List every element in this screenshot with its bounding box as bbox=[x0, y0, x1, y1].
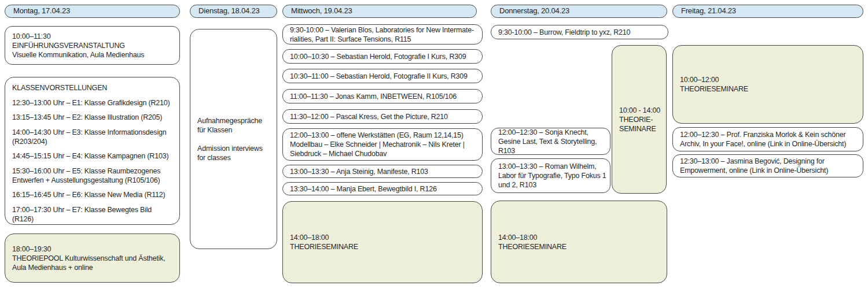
event-theorieseminare-wednesday: 14:00–18:00 THEORIESEMINARE bbox=[282, 201, 483, 283]
event-text: 13:00–13:30 – Anja Steinig, Manifeste, R… bbox=[290, 167, 476, 176]
event-text-de: Aufnahmegespräche für Klassen bbox=[197, 116, 272, 135]
event-bewegtbild: 13:30–14:00 – Manja Ebert, Bewegtbild I,… bbox=[282, 182, 483, 195]
klassen-item-e2: 13:15–13:45 Uhr – E2: Klasse Illustratio… bbox=[12, 113, 174, 122]
event-title: EINFÜHRUNGSVERANSTALTUNG bbox=[12, 41, 174, 50]
event-text: 12:00–12:30 – Sonja Knecht, Gesi­ne Last… bbox=[498, 128, 606, 155]
day-header-label: Montag, 17.04.23 bbox=[13, 6, 70, 16]
event-roman-wilhelm: 13:00–13:30 – Roman Wilhelm, Labor für T… bbox=[491, 158, 610, 193]
event-text-en: Admission interviews for classes bbox=[197, 144, 272, 162]
event-fotografie-1: 10:00–10:30 – Sebastian Herold, Fotograf… bbox=[282, 49, 483, 64]
day-header-label: Freitag, 21.04.23 bbox=[681, 6, 736, 16]
event-text: 11:00–11:30 – Jonas Kamm, INBETWEEN, R10… bbox=[290, 92, 476, 101]
event-location: Visuelle Kommunikation, Aula Medienhaus bbox=[12, 50, 174, 60]
event-klassenvorstellungen: KLASSENVORSTELLUNGEN 12:30–13:00 Uhr – E… bbox=[5, 77, 180, 225]
event-time: 14:00–18:00 bbox=[290, 233, 476, 242]
klassen-item-e1: 12:30–13:00 Uhr – E1: Klasse Grafikdesig… bbox=[12, 98, 174, 108]
day-header-thursday: Donnerstag, 20.04.23 bbox=[491, 5, 667, 18]
event-text: 13:00–13:30 – Roman Wilhelm, Labor für T… bbox=[498, 162, 606, 190]
event-inbetween: 11:00–11:30 – Jonas Kamm, INBETWEEN, R10… bbox=[282, 89, 483, 103]
event-time: 14:00–18:00 bbox=[498, 233, 661, 242]
event-fotografie-2: 10:30–11:00 – Sebastian Herold, Fotograf… bbox=[282, 69, 483, 83]
event-theoriepool: 18:00–19:30 THEORIEPOOL Kulturwissenscha… bbox=[5, 234, 180, 283]
day-header-wednesday: Mittwoch, 19.04.23 bbox=[282, 5, 477, 18]
event-text: 13:30–14:00 – Manja Ebert, Bewegtbild I,… bbox=[290, 184, 476, 194]
event-text: 12:30–13:00 – Jasmina Begović, Designing… bbox=[680, 157, 857, 175]
event-title: THEORIEPOOL Kulturwissenschaft und Ästhe… bbox=[12, 254, 174, 263]
event-theorieseminare-thursday-afternoon: 14:00–18:00 THEORIESEMINARE bbox=[491, 201, 667, 283]
weekly-schedule: Montag, 17.04.23 10:00–11:30 EINFÜHRUNGS… bbox=[0, 0, 868, 289]
event-theorieseminare-friday: 10:00–12:00 THEORIESEMINARE bbox=[672, 45, 863, 124]
klassen-item-e4: 14:45–15:15 Uhr – E4: Klasse Kampagnen (… bbox=[12, 151, 174, 161]
event-title: THEORIESEMINARE bbox=[290, 242, 476, 251]
event-text: 10:30–11:00 – Sebastian Herold, Fotograf… bbox=[290, 72, 476, 81]
event-burrow-fieldtrip: 9:30-10:00 – Burrow, Fieldtrip to yxz, R… bbox=[491, 25, 668, 39]
klassen-item-e5: 15:30–16:00 Uhr – E5: Klasse Raumbezogen… bbox=[12, 166, 174, 185]
day-header-monday: Montag, 17.04.23 bbox=[5, 5, 180, 18]
day-header-tuesday: Dienstag, 18.04.23 bbox=[190, 5, 277, 18]
klassen-item-e7: 17:00–17:30 Uhr – E7: Klasse Bewegtes Bi… bbox=[12, 205, 174, 224]
event-valerian-blos: 9:30-10:00 – Valerian Blos, Laboratories… bbox=[282, 24, 483, 45]
event-text: 11:30–12:00 – Pascal Kress, Get the Pict… bbox=[290, 112, 476, 121]
day-header-label: Donnerstag, 20.04.23 bbox=[499, 6, 569, 16]
event-aufnahmegespraeche: Aufnahmegespräche für Klassen Admission … bbox=[190, 29, 277, 249]
event-text: 12:00–12:30 – Prof. Franziska Morlok & K… bbox=[680, 130, 857, 149]
event-text: 12:00–13:00 – offene Werkstätten (EG, Ra… bbox=[290, 131, 476, 158]
event-time: 10:00–11:30 bbox=[12, 32, 174, 41]
event-theorieseminare-thursday-morning: 10:00 - 14:00 THEORIE­SEMINARE bbox=[612, 45, 667, 194]
event-time: 18:00–19:30 bbox=[12, 244, 174, 254]
event-text: 9:30-10:00 – Valerian Blos, Laboratories… bbox=[290, 25, 476, 44]
event-location: Aula Medienhaus + online bbox=[12, 263, 174, 272]
event-title: THEORIESEMINARE bbox=[498, 242, 661, 251]
event-title: THEORIESEMINARE bbox=[680, 84, 857, 94]
event-sonja-knecht: 12:00–12:30 – Sonja Knecht, Gesi­ne Last… bbox=[491, 128, 610, 155]
klassen-item-e3: 14:00–14:30 Uhr – E3: Klasse Information… bbox=[12, 128, 174, 146]
event-text: 10:00–10:30 – Sebastian Herold, Fotograf… bbox=[290, 52, 476, 61]
day-header-friday: Freitag, 21.04.23 bbox=[672, 5, 863, 18]
event-manifeste: 13:00–13:30 – Anja Steinig, Manifeste, R… bbox=[282, 165, 483, 178]
day-header-label: Mittwoch, 19.04.23 bbox=[291, 6, 352, 16]
event-heading: KLASSENVORSTELLUNGEN bbox=[12, 83, 174, 92]
event-jasmina-begovic: 12:30–13:00 – Jasmina Begović, Designing… bbox=[672, 154, 863, 177]
event-time: 10:00–12:00 bbox=[680, 75, 857, 84]
event-text: 9:30-10:00 – Burrow, Fieldtrip to yxz, R… bbox=[498, 28, 662, 37]
day-header-label: Dienstag, 18.04.23 bbox=[198, 6, 260, 16]
event-offene-werkstaetten: 12:00–13:00 – offene Werkstätten (EG, Ra… bbox=[282, 128, 483, 161]
event-time: 10:00 - 14:00 bbox=[619, 106, 663, 115]
event-franziska-morlok: 12:00–12:30 – Prof. Franziska Morlok & K… bbox=[672, 127, 863, 151]
klassen-item-e6: 16:15–16:45 Uhr – E6: Klasse New Media (… bbox=[12, 190, 174, 199]
event-title: THEORIE­SEMINARE bbox=[619, 115, 663, 134]
event-get-the-picture: 11:30–12:00 – Pascal Kress, Get the Pict… bbox=[282, 109, 483, 124]
event-einfuehrungsveranstaltung: 10:00–11:30 EINFÜHRUNGSVERANSTALTUNG Vis… bbox=[5, 26, 180, 65]
